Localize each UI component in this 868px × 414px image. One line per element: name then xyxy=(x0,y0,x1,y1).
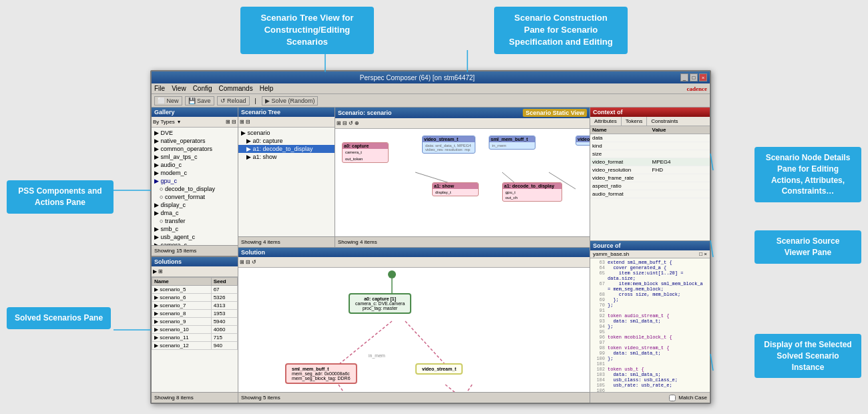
context-title: Context of xyxy=(590,108,710,117)
sol-node-video[interactable]: video_stream_t xyxy=(415,363,463,375)
editor-showing: Showing 4 items xyxy=(338,239,377,245)
gallery-item-convert[interactable]: ○ convert_format xyxy=(152,193,238,201)
solution-row-4[interactable]: ▶ scenario_81953 xyxy=(152,310,238,318)
attr-name-vfrate: video_frame_rate xyxy=(590,174,650,182)
gallery-item-usb[interactable]: ▶ usb_agent_c xyxy=(152,233,238,241)
gallery-item-common[interactable]: ▶ common_operators xyxy=(152,145,238,153)
solution-row-6[interactable]: ▶ scenario_104060 xyxy=(152,326,238,334)
menu-file[interactable]: File xyxy=(154,85,165,92)
tree-scenario[interactable]: ▶ scenario xyxy=(238,129,335,137)
solution-row-7[interactable]: ▶ scenario_11715 xyxy=(152,334,238,342)
ed-icon-3[interactable]: ↺ xyxy=(349,120,353,126)
annotation-source-bubble: Scenario Source Viewer Pane xyxy=(754,230,861,264)
sol-node-capture[interactable]: a0: capture [1] camera_c: DVE.camera pro… xyxy=(349,293,411,314)
context-panel: Context of Attributes Tokens Constraints… xyxy=(590,108,710,241)
tree-icon-2[interactable]: ⊟ xyxy=(246,119,250,125)
src-line-93: 93 data: sml_data_t; xyxy=(592,319,708,324)
gallery-showing: Showing 15 items xyxy=(154,248,196,254)
menu-view[interactable]: View xyxy=(172,85,186,92)
new-button[interactable]: ⬜ New xyxy=(154,96,182,106)
gallery-icon-2[interactable]: ⊟ xyxy=(232,119,236,125)
solution-row-8[interactable]: ▶ scenario_12940 xyxy=(152,342,238,350)
node-sml-mem-buff[interactable]: sml_mem_buff_t in_mem xyxy=(489,136,535,150)
menu-config[interactable]: Config xyxy=(193,85,212,92)
gallery-item-modem[interactable]: ▶ modem_c xyxy=(152,169,238,177)
center-area: Scenario Tree ⊞ ⊟ ▶ scenario ▶ a0: captu… xyxy=(238,108,590,403)
solution-row-1[interactable]: ▶ scenario_567 xyxy=(152,286,238,294)
tab-attributes[interactable]: Attributes xyxy=(590,117,622,126)
attr-list: data kind size video_format xyxy=(590,134,710,240)
solve-button[interactable]: ▶ Solve (Random) xyxy=(262,96,318,106)
sol-icon-1[interactable]: ▶ xyxy=(153,268,157,274)
src-line-99: 99 data: sml_data_t; xyxy=(592,351,708,356)
gallery-item-native[interactable]: ▶ native_operators xyxy=(152,137,238,145)
solutions-table-container: Name Seed ▶ scenario_567 ▶ scenario_6532… xyxy=(152,277,238,392)
minimize-button[interactable]: _ xyxy=(680,73,688,81)
sol-node-sml-mem[interactable]: sml_mem_buff_t mem_seg_adr: 0x00008a6c m… xyxy=(285,363,357,384)
annotation-solved-scenarios: Solved Scenarios Pane xyxy=(7,307,111,329)
gallery-item-audio[interactable]: ▶ audio_c xyxy=(152,161,238,169)
gallery-title: Gallery xyxy=(152,108,238,117)
match-case-checkbox[interactable] xyxy=(669,395,676,401)
tab-constraints[interactable]: Constraints xyxy=(647,117,682,126)
menu-help[interactable]: Help xyxy=(260,85,274,92)
menu-bar: File View Config Commands Help cadence xyxy=(152,83,710,94)
gallery-item-decode[interactable]: ○ decode_to_display xyxy=(152,185,238,193)
attr-col-value: Value xyxy=(650,126,710,134)
right-panel: Context of Attributes Tokens Constraints… xyxy=(590,108,710,403)
gallery-item-dma[interactable]: ▶ dma_c xyxy=(152,209,238,217)
gallery-icon-1[interactable]: ⊞ xyxy=(226,119,230,125)
maximize-button[interactable]: □ xyxy=(690,73,698,81)
source-code-area: 63extend sml_mem_buff_t { 64 cover gener… xyxy=(590,258,710,392)
tree-capture[interactable]: ▶ a0: capture xyxy=(238,137,335,145)
node-decode-to-display[interactable]: a1: decode_to_display gpu_t out_ch xyxy=(502,182,562,202)
gallery-item-smb[interactable]: ▶ smb_c xyxy=(152,225,238,233)
node-show[interactable]: a1: show display_t xyxy=(432,182,479,196)
editor-toolbar: ⊞ ⊟ ↺ ⊕ xyxy=(335,118,590,129)
attr-row-vformat: video_format MPEG4 xyxy=(590,158,710,166)
col-seed: Seed xyxy=(211,278,237,286)
menu-commands[interactable]: Commands xyxy=(219,85,253,92)
src-line-98: 98token video_stream_t { xyxy=(592,345,708,351)
ed-icon-2[interactable]: ⊟ xyxy=(343,120,347,126)
gallery-item-transfer[interactable]: ○ transfer xyxy=(152,217,238,225)
close-button[interactable]: × xyxy=(699,73,707,81)
attr-name-data: data xyxy=(590,134,650,142)
gallery-item-gpu[interactable]: ▶ gpu_c xyxy=(152,177,238,185)
toolbar-separator: | xyxy=(255,97,256,104)
sol-tb-icon-2[interactable]: ⊟ xyxy=(246,259,250,265)
tree-icon-1[interactable]: ⊞ xyxy=(240,119,244,125)
gallery-item-dve[interactable]: ▶ DVE xyxy=(152,129,238,137)
outer-container: Scenario Tree View for Constructing/Edit… xyxy=(0,0,868,414)
app-title: Perspec Composer (64) [on stm64472] xyxy=(154,74,680,81)
node-capture[interactable]: a0: capture camera_t out_token xyxy=(342,142,389,163)
source-footer: Match Case xyxy=(590,392,710,403)
reload-button[interactable]: ↺ Reload xyxy=(217,96,250,106)
tab-tokens[interactable]: Tokens xyxy=(622,117,647,126)
src-line-64: 64 cover generated_a { xyxy=(592,265,708,270)
sol-icon-2[interactable]: ⊞ xyxy=(158,268,163,274)
tree-show[interactable]: ▶ a1: show xyxy=(238,153,335,161)
sol-tb-icon-1[interactable]: ⊞ xyxy=(240,259,244,265)
annotation-node-details: Scenario Node Details Pane for Editing A… xyxy=(754,147,861,202)
src-line-68: 68 cross size, mem_block; xyxy=(592,292,708,297)
solution-row-3[interactable]: ▶ scenario_74313 xyxy=(152,302,238,310)
gallery-item-sml[interactable]: ▶ sml_av_tps_c xyxy=(152,153,238,161)
source-lines: 63extend sml_mem_buff_t { 64 cover gener… xyxy=(592,260,708,392)
gallery-item-display[interactable]: ▶ display_c xyxy=(152,201,238,209)
src-line-91: 91 xyxy=(592,308,708,313)
save-button[interactable]: 💾 Save xyxy=(185,96,214,106)
scenario-editor-panel: Scenario: scenario Scenario Static View … xyxy=(335,108,590,247)
ed-icon-4[interactable]: ⊕ xyxy=(355,120,359,126)
solution-row-2[interactable]: ▶ scenario_65326 xyxy=(152,294,238,302)
solution-diagram: a0: capture [1] camera_c: DVE.camera pro… xyxy=(238,268,590,392)
solution-row-5[interactable]: ▶ scenario_95940 xyxy=(152,318,238,326)
node-video-stream-2[interactable]: video_stream_t xyxy=(576,136,590,146)
sol-tb-icon-3[interactable]: ↺ xyxy=(252,259,256,265)
col-name: Name xyxy=(152,278,212,286)
node-video-stream-1[interactable]: video_stream_t data: sml_data_t, MPEG4 v… xyxy=(422,136,475,154)
attr-value-vres: FHD xyxy=(650,166,710,174)
filter-icon[interactable]: ▾ xyxy=(178,119,180,125)
tree-decode[interactable]: ▶ a1: decode_to_display xyxy=(238,145,335,153)
ed-icon-1[interactable]: ⊞ xyxy=(337,120,341,126)
